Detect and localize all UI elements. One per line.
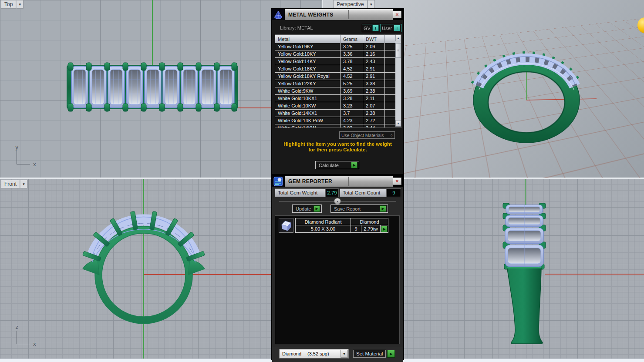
gv-indicator-icon: I: [372, 25, 379, 31]
total-gem-weight-label: Total Gem Weight: [275, 188, 325, 197]
ring-perspective-view: [458, 35, 597, 149]
material-name: Diamond: [282, 351, 301, 356]
calculate-label: Calculate: [319, 163, 339, 168]
scrollbar-down-icon[interactable]: ▼: [395, 120, 401, 127]
axis-label-y: y: [15, 144, 18, 151]
total-gem-weight-value: 2.79: [325, 188, 339, 197]
y-axis-line: [152, 0, 153, 65]
scrollbar-thumb[interactable]: ≡: [395, 43, 401, 58]
ring-top-view: [65, 60, 239, 114]
chevron-down-icon[interactable]: ▾: [16, 0, 24, 9]
grip-icon: ≡: [397, 49, 399, 53]
gem-detail-button[interactable]: ▶: [381, 226, 388, 232]
axis-label-x: x: [33, 341, 36, 347]
panel-title: METAL WEIGHTS: [288, 12, 333, 18]
chevron-down-icon[interactable]: ▾: [20, 180, 27, 188]
gem-count: 9: [351, 225, 361, 233]
calculate-button[interactable]: Calculate ▶: [315, 161, 359, 169]
table-row[interactable]: White Gold:10KX13.282.11: [275, 95, 401, 102]
viewport-label-text[interactable]: Front: [1, 180, 20, 188]
update-button[interactable]: Update ▶: [292, 204, 322, 213]
axis-indicator-front: z x: [17, 331, 30, 344]
gem-reporter-icon: [272, 176, 285, 187]
viewport-label-perspective[interactable]: Perspective ▾: [333, 0, 375, 9]
column-header-grams[interactable]: Grams: [341, 35, 363, 43]
gem-weight: 2.79tw: [361, 225, 381, 233]
material-dropdown[interactable]: Diamond (3.52 spg) ▼: [279, 349, 349, 359]
gem-list: Diamond Radiant Diamond 5.00 X 3.00 9 2.…: [275, 215, 400, 344]
gem-material: Diamond: [351, 218, 388, 225]
gem-reporter-panel: GEM REPORTER ✕ Total Gem Weight 2.79 Tot…: [272, 175, 404, 359]
material-spg: (3.52 spg): [307, 351, 341, 356]
instruction-text: Highlight the item you want to find the …: [272, 141, 403, 153]
metal-weights-icon: [272, 9, 285, 20]
set-material-button[interactable]: Set Material ▶: [353, 350, 395, 358]
table-row[interactable]: White Gold:14KX13.72.38: [275, 110, 401, 117]
close-icon[interactable]: ✕: [393, 178, 401, 185]
play-icon: ▶: [380, 205, 386, 212]
metal-weights-header[interactable]: METAL WEIGHTS ✕: [272, 9, 403, 20]
save-report-button[interactable]: Save Report ▶: [330, 204, 388, 213]
total-gem-count-value: 9: [387, 188, 401, 197]
table-row[interactable]: White Gold:14K PdW4.232.72: [275, 117, 401, 124]
gem-thumbnail[interactable]: [279, 218, 293, 233]
viewport-label-text[interactable]: Top: [1, 0, 16, 9]
scrollbar-up-icon[interactable]: ▲: [395, 35, 401, 41]
x-axis-line: [237, 107, 272, 108]
table-row[interactable]: Yellow Gold:10KY3.362.16: [275, 50, 401, 58]
user-label: User: [382, 26, 392, 31]
dropdown-arrow-icon[interactable]: ▼: [341, 350, 348, 358]
play-icon: ▶: [387, 350, 395, 358]
viewport-label-front[interactable]: Front ▾: [1, 180, 27, 188]
update-label: Update: [296, 206, 311, 211]
ring-front-view: [78, 198, 209, 337]
gem-reporter-header[interactable]: GEM REPORTER ✕: [272, 176, 403, 187]
table-row[interactable]: White Gold:10KW3.232.07: [275, 102, 401, 110]
axis-indicator-top: y x: [17, 151, 30, 164]
radio-icon: ○: [391, 133, 393, 137]
viewport-label-text[interactable]: Perspective: [333, 0, 368, 9]
table-scrollbar[interactable]: ▲ ≡ ▼: [395, 35, 401, 127]
library-label: Library: METAL: [280, 25, 313, 30]
table-header-row: Metal Grams DWT: [275, 35, 401, 43]
table-row[interactable]: Yellow Gold:14KY3.782.43: [275, 58, 401, 65]
collapse-icon[interactable]: ▲: [334, 198, 341, 204]
gv-label: GV: [364, 26, 371, 31]
table-row[interactable]: Yellow Gold:18KY4.522.91: [275, 65, 401, 73]
gem-entry[interactable]: Diamond Radiant Diamond 5.00 X 3.00 9 2.…: [295, 218, 394, 233]
table-row[interactable]: White Gold:14KW3.922.44: [275, 124, 401, 127]
table-row[interactable]: Yellow Gold:9KY3.252.09: [275, 43, 401, 50]
gem-size: 5.00 X 3.00: [295, 225, 351, 233]
column-header-metal[interactable]: Metal: [275, 35, 341, 43]
x-axis-line: [545, 274, 644, 275]
play-icon: ▶: [351, 162, 357, 168]
z-axis-line: [525, 179, 526, 206]
ring-side-view: [501, 203, 549, 346]
table-row[interactable]: Yellow Gold:22KY5.253.38: [275, 80, 401, 87]
table-row[interactable]: Yellow Gold:18KY Royal4.522.91: [275, 73, 401, 80]
chevron-down-icon[interactable]: ▾: [368, 0, 375, 9]
save-report-label: Save Report: [334, 206, 361, 211]
set-material-label: Set Material: [353, 350, 386, 358]
axis-label-x: x: [33, 161, 36, 168]
column-header-dwt[interactable]: DWT: [363, 35, 385, 43]
use-object-materials-label: Use Object Materials: [341, 133, 384, 138]
user-indicator-icon: I: [394, 25, 400, 31]
play-icon: ▶: [314, 205, 320, 212]
panel-title: GEM REPORTER: [288, 178, 332, 184]
metal-weights-panel: METAL WEIGHTS ✕ Library: METAL GV I User…: [272, 9, 404, 174]
viewport-label-top[interactable]: Top ▾: [1, 0, 24, 9]
close-icon[interactable]: ✕: [393, 11, 401, 18]
gem-reporter-footer: Diamond (3.52 spg) ▼ Set Material ▶: [272, 347, 403, 362]
total-gem-count-label: Total Gem Count: [340, 188, 387, 197]
table-row[interactable]: White Gold:9KW3.692.38: [275, 87, 401, 95]
user-button[interactable]: User I: [380, 24, 402, 32]
use-object-materials-button[interactable]: Use Object Materials ○: [339, 131, 395, 139]
gem-cut: Diamond Radiant: [295, 218, 351, 225]
metal-weights-table: Metal Grams DWT Yellow Gold:9KY3.252.09 …: [275, 34, 401, 128]
axis-label-z: z: [15, 324, 18, 330]
gv-button[interactable]: GV I: [362, 24, 381, 32]
application-window: y x Top ▾ Perspective ▾: [0, 0, 644, 362]
